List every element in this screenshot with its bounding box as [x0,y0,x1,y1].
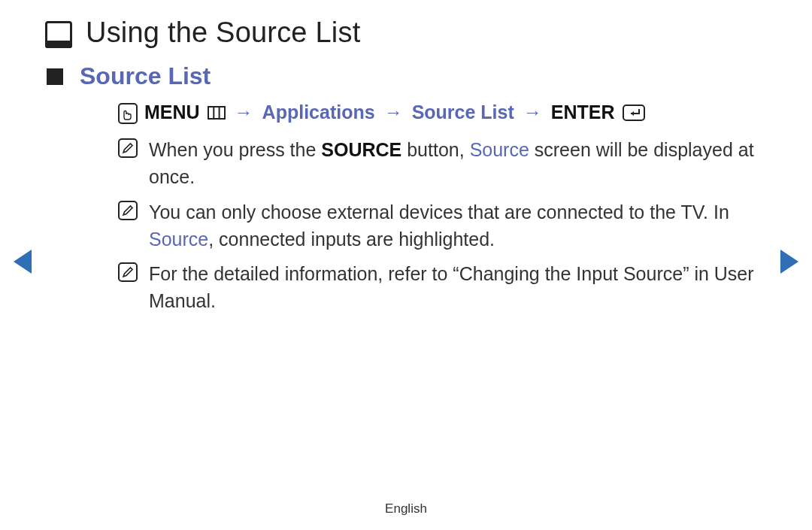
manual-page: Using the Source List Source List MENU →… [0,0,812,530]
menu-path: MENU → Applications → Source List → ENTE… [117,101,767,124]
note-text: You can only choose external devices tha… [149,198,767,253]
enter-label: ENTER [551,101,615,123]
section-icon [45,21,72,48]
subsection-title: Source List [80,62,211,90]
content-column: MENU → Applications → Source List → ENTE… [117,101,767,315]
svg-rect-7 [119,263,137,281]
arrow-icon: → [381,101,406,123]
text-fragment: You can only choose external devices tha… [149,201,729,223]
square-bullet-icon [47,68,63,85]
nav-prev-button[interactable] [14,250,32,274]
text-link-term: Source [149,229,208,250]
menu-grid-icon [208,106,226,120]
path-applications: Applications [262,101,375,123]
nav-next-button[interactable] [780,250,798,274]
arrow-icon: → [520,101,545,123]
pencil-note-icon [117,260,138,282]
text-fragment: For the detailed information, refer to “… [149,263,754,311]
note-item: For the detailed information, refer to “… [117,260,767,315]
pencil-note-icon [117,198,138,220]
text-link-term: Source [470,139,529,160]
enter-key-icon [623,104,645,121]
svg-rect-5 [119,139,137,157]
pencil-note-icon [117,136,138,158]
menu-label: MENU [144,101,200,123]
note-text: When you press the SOURCE button, Source… [149,136,767,191]
remote-hand-icon [117,101,138,124]
footer-language: English [0,501,812,516]
page-title: Using the Source List [86,17,360,49]
note-item: When you press the SOURCE button, Source… [117,136,767,191]
page-title-row: Using the Source List [45,17,767,49]
note-text: For the detailed information, refer to “… [149,260,767,315]
text-fragment: button, [401,139,469,160]
note-item: You can only choose external devices tha… [117,198,767,253]
svg-rect-1 [208,107,225,119]
subsection-row: Source List [47,62,767,90]
svg-rect-6 [119,201,137,220]
text-fragment: , connected inputs are highlighted. [208,229,495,250]
arrow-icon: → [232,101,256,123]
path-source-list: Source List [412,101,514,123]
text-fragment: When you press the [149,139,321,160]
text-bold: SOURCE [321,139,401,160]
